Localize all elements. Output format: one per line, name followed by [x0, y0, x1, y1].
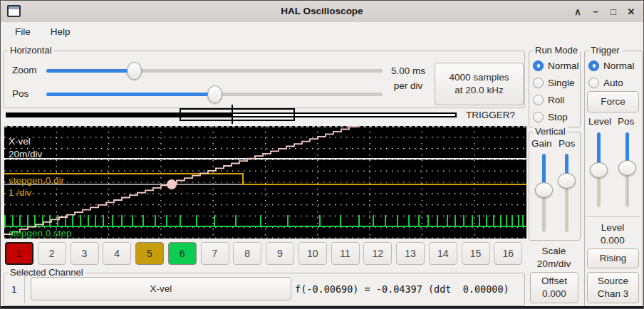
force-button[interactable]: Force	[587, 91, 639, 112]
radio-label: Normal	[548, 61, 579, 71]
radio-icon[interactable]	[533, 61, 544, 71]
radio-icon[interactable]	[588, 78, 599, 88]
channel-name-button[interactable]: X-vel	[31, 277, 291, 300]
trigger-level-label: Level	[588, 116, 611, 127]
channel-button-1[interactable]: 1	[5, 242, 33, 265]
trace-scale-xvel: 20m/div	[9, 149, 43, 159]
channel-button-9[interactable]: 9	[266, 242, 294, 265]
menubar: FileHelp	[1, 22, 643, 41]
scale-caption: Scale	[529, 246, 579, 256]
record-view-window[interactable]	[180, 108, 295, 121]
run-mode-title: Run Mode	[533, 45, 580, 56]
channel-button-13[interactable]: 13	[396, 242, 425, 265]
radio-label: Roll	[548, 95, 564, 105]
horizontal-pos-slider[interactable]	[46, 85, 383, 103]
slider-handle[interactable]	[558, 173, 576, 189]
channel-button-11[interactable]: 11	[331, 242, 360, 265]
per-div-value-line2: per div	[385, 80, 431, 91]
channel-button-8[interactable]: 8	[233, 242, 261, 265]
channel-button-15[interactable]: 15	[462, 242, 490, 265]
source-button-line1: Source	[598, 275, 628, 288]
trace-label-step: stepgen.0.step	[9, 228, 72, 239]
samples-button-line2: at 20.0 kHz	[455, 84, 503, 97]
menu-item-help[interactable]: Help	[46, 24, 75, 39]
shade-button[interactable]: ∧	[571, 5, 584, 18]
force-button-label: Force	[601, 95, 625, 108]
radio-icon[interactable]	[533, 112, 544, 122]
radio-label: Stop	[548, 112, 568, 122]
titlebar[interactable]: HAL Oscilloscope ∧−□✕	[1, 1, 643, 23]
run-mode-radio-roll[interactable]: Roll	[533, 91, 579, 108]
zoom-slider[interactable]	[46, 62, 383, 80]
horizontal-pos-label: Pos	[12, 88, 28, 99]
trigger-radio-auto[interactable]: Auto	[588, 74, 635, 91]
vertical-pos-slider[interactable]	[558, 154, 576, 232]
radio-icon[interactable]	[588, 61, 599, 71]
radio-label: Normal	[603, 61, 635, 71]
selected-channel-number: 1	[11, 284, 17, 295]
radio-icon[interactable]	[533, 78, 544, 88]
trace-label-dir: stepgen.0.dir	[9, 175, 65, 186]
radio-label: Auto	[603, 78, 623, 88]
channel-name-button-label: X-vel	[150, 283, 172, 295]
slider-track	[134, 69, 383, 73]
radio-label: Single	[548, 78, 575, 88]
slider-handle[interactable]	[207, 85, 222, 103]
menu-item-file[interactable]: File	[11, 24, 35, 39]
trigger-pos-slider[interactable]	[618, 132, 636, 207]
source-button-line2: Chan 3	[598, 288, 629, 300]
slider-handle[interactable]	[590, 162, 608, 178]
channel-value-readout: f(-0.00690) = -0.04397 (ddt 0.00000)	[295, 283, 509, 295]
slider-track-fill	[46, 69, 134, 73]
selected-channel-title: Selected Channel	[8, 267, 85, 278]
trigger-level-slider[interactable]	[590, 132, 608, 207]
trigger-status-label: TRIGGER?	[466, 110, 515, 120]
radio-icon[interactable]	[533, 95, 544, 105]
trigger-point-marker	[167, 179, 177, 189]
slider-track	[214, 93, 383, 96]
zoom-label: Zoom	[12, 65, 37, 75]
channel-button-5[interactable]: 5	[135, 242, 164, 265]
samples-button[interactable]: 4000 samples at 20.0 kHz	[435, 63, 524, 105]
gain-label: Gain	[531, 138, 552, 149]
run-mode-radio-single[interactable]: Single	[533, 74, 579, 91]
channel-button-16[interactable]: 16	[494, 242, 522, 265]
channel-button-6[interactable]: 6	[168, 242, 197, 265]
maximize-button[interactable]: □	[607, 5, 620, 18]
channel-button-12[interactable]: 12	[363, 242, 392, 265]
channel-button-4[interactable]: 4	[103, 242, 131, 265]
trace-scale-dir: 1 /div	[9, 187, 32, 198]
slider-handle[interactable]	[127, 62, 142, 80]
trigger-radio-normal[interactable]: Normal	[588, 57, 635, 74]
offset-button-line2: 0.000	[542, 288, 566, 300]
per-div-value-line1: 5.00 ms	[385, 66, 431, 76]
gain-slider[interactable]	[535, 154, 553, 232]
selected-channel-divider	[24, 275, 25, 303]
channel-button-3[interactable]: 3	[71, 242, 99, 265]
window-controls: ∧−□✕	[571, 1, 638, 22]
run-mode-radios: NormalSingleRollStop	[533, 57, 579, 125]
trigger-pos-label: Pos	[618, 116, 634, 127]
source-button[interactable]: Source Chan 3	[587, 272, 639, 303]
record-trigger-position	[232, 105, 233, 124]
channel-button-7[interactable]: 7	[201, 242, 229, 265]
minimize-button[interactable]: −	[589, 5, 602, 18]
scope-display[interactable]: X-vel20m/divstepgen.0.dir1 /divstepgen.0…	[4, 126, 526, 239]
slider-handle[interactable]	[618, 160, 636, 176]
horizontal-group-title: Horizontal	[8, 45, 54, 56]
run-mode-radio-normal[interactable]: Normal	[533, 57, 579, 74]
offset-button-line1: Offset	[541, 275, 567, 288]
trace-label-xvel: X-vel	[9, 136, 31, 147]
scale-value: 20m/div	[529, 258, 579, 269]
trigger-radios: NormalAuto	[588, 57, 635, 91]
rising-button[interactable]: Rising	[587, 248, 639, 268]
run-mode-radio-stop[interactable]: Stop	[533, 108, 579, 125]
offset-button[interactable]: Offset 0.000	[530, 272, 578, 303]
slider-handle[interactable]	[535, 182, 553, 198]
channel-button-10[interactable]: 10	[298, 242, 327, 265]
rising-button-label: Rising	[600, 252, 627, 265]
channel-button-2[interactable]: 2	[38, 242, 66, 265]
close-button[interactable]: ✕	[625, 5, 638, 18]
channel-button-14[interactable]: 14	[429, 242, 457, 265]
samples-button-line1: 4000 samples	[449, 71, 509, 84]
